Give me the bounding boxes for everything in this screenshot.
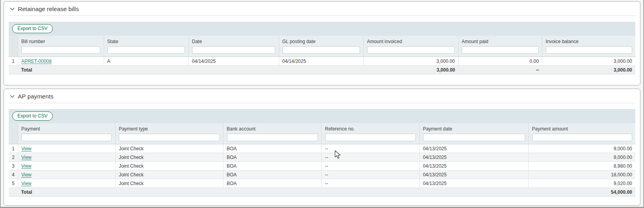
- column-label: Payment type: [116, 123, 223, 133]
- column-label: State: [104, 36, 189, 46]
- cell-amount-paid: 0.00: [458, 57, 542, 66]
- export-csv-button[interactable]: Export to CSV: [12, 24, 53, 33]
- column-header-gl-posting-date: GL posting date: [279, 36, 364, 57]
- filter-input-bill-number[interactable]: [21, 46, 100, 54]
- cell-payment: View: [18, 179, 115, 188]
- grid-container: Export to CSV PaymentPayment typeBank ac…: [9, 109, 635, 197]
- column-label: Invoice balance: [542, 36, 635, 46]
- filter-input-payment[interactable]: [21, 134, 112, 141]
- page-background: Retainage release bills Export to CSV Bi…: [0, 0, 644, 208]
- total-payment-amount: 54,000.00: [529, 188, 635, 197]
- section-ap-payments: AP payments Export to CSV PaymentPayment…: [4, 89, 640, 206]
- cell-reference-no: --: [322, 144, 419, 153]
- ap-payments-table: PaymentPayment typeBank accountReference…: [9, 123, 635, 197]
- cell-reference-no: --: [322, 170, 419, 179]
- section-retainage-release-bills: Retainage release bills Export to CSV Bi…: [4, 1, 640, 85]
- total-label: Total: [18, 188, 115, 197]
- cell-payment-date: 04/13/2025: [419, 179, 528, 188]
- section-title: Retainage release bills: [18, 6, 79, 12]
- chevron-down-icon[interactable]: [10, 95, 15, 98]
- cell-reference-no: --: [322, 153, 419, 162]
- cell-payment-date: 04/13/2025: [419, 162, 528, 170]
- row-number: 1: [9, 144, 18, 153]
- column-label: Reference no.: [322, 123, 419, 133]
- cell-payment-amount: 9,020.00: [529, 179, 635, 188]
- cell-payment-date: 04/13/2025: [419, 170, 528, 179]
- table-row: 4ViewJoint CheckBOA--04/13/202518,000.00: [9, 170, 635, 179]
- column-header-reference-no: Reference no.: [322, 123, 419, 144]
- cell-payment: View: [18, 144, 115, 153]
- total-invoice-balance: 3,000.00: [542, 66, 635, 74]
- cell-bill-number: APRET-00008: [18, 57, 104, 66]
- cell-payment: View: [18, 162, 115, 170]
- column-header-payment: Payment: [18, 123, 115, 144]
- column-label: Amount paid: [459, 36, 542, 46]
- export-csv-button[interactable]: Export to CSV: [12, 112, 53, 121]
- column-label: Bank account: [223, 123, 321, 133]
- cell-payment: View: [18, 170, 115, 179]
- row-number: 2: [9, 153, 18, 162]
- grid-container: Export to CSV Bill numberStateDateGL pos…: [9, 22, 635, 74]
- payment-link[interactable]: View: [21, 172, 32, 178]
- payment-link[interactable]: View: [21, 155, 32, 160]
- column-header-row: PaymentPayment typeBank accountReference…: [9, 123, 635, 144]
- bill-number-link[interactable]: APRET-00008: [21, 59, 52, 64]
- cell-date: 04/14/2025: [189, 57, 279, 66]
- payment-link[interactable]: View: [21, 181, 32, 186]
- cell-bank-account: BOA: [223, 162, 322, 170]
- filter-input-payment-amount[interactable]: [532, 134, 632, 141]
- filter-input-payment-type[interactable]: [119, 134, 219, 141]
- filter-input-state[interactable]: [107, 46, 185, 54]
- total-row: Total3,000.00--3,000.00: [9, 66, 635, 74]
- cell-invoice-balance: 3,000.00: [542, 57, 635, 66]
- column-header-state: State: [104, 36, 189, 57]
- cell-payment-type: Joint Check: [115, 144, 223, 153]
- filter-input-payment-date[interactable]: [423, 134, 525, 141]
- filter-input-date[interactable]: [192, 46, 275, 54]
- chevron-down-icon[interactable]: [10, 8, 15, 11]
- cell-amount-invoiced: 3,000.00: [364, 57, 458, 66]
- column-header-payment-date: Payment date: [419, 123, 528, 144]
- total-row: Total54,000.00: [9, 188, 635, 197]
- column-label: GL posting date: [279, 36, 364, 46]
- cell-bank-account: BOA: [223, 144, 322, 153]
- cell-state: A: [104, 57, 189, 66]
- row-number-column-header: [9, 36, 18, 57]
- column-label: Bill number: [18, 36, 104, 46]
- divider: [9, 15, 635, 16]
- table-row: 2ViewJoint CheckBOA--04/13/20259,000.00: [9, 153, 635, 162]
- column-label: Payment: [18, 123, 115, 133]
- section-header: Retainage release bills: [4, 2, 640, 12]
- cell-payment-date: 04/13/2025: [419, 144, 528, 153]
- cell-reference-no: --: [322, 179, 419, 188]
- grid-toolbar: Export to CSV: [9, 109, 635, 123]
- filter-input-bank-account[interactable]: [227, 134, 318, 141]
- table-row: 1ViewJoint CheckBOA--04/13/20259,000.00: [9, 144, 635, 153]
- column-header-bank-account: Bank account: [223, 123, 322, 144]
- grid-toolbar: Export to CSV: [9, 22, 635, 36]
- column-label: Payment amount: [529, 123, 635, 133]
- divider: [9, 103, 635, 103]
- filter-input-gl-posting-date[interactable]: [282, 46, 360, 54]
- cell-bank-account: BOA: [223, 153, 322, 162]
- cell-payment-amount: 9,000.00: [529, 153, 635, 162]
- cell-payment-type: Joint Check: [115, 153, 223, 162]
- retainage-release-bills-table: Bill numberStateDateGL posting dateAmoun…: [9, 36, 635, 74]
- payment-link[interactable]: View: [21, 146, 32, 151]
- section-title: AP payments: [18, 93, 53, 100]
- payment-link[interactable]: View: [21, 163, 32, 169]
- total-amount-invoiced: 3,000.00: [364, 66, 458, 74]
- cell-payment: View: [18, 153, 115, 162]
- filter-input-reference-no[interactable]: [325, 134, 416, 141]
- cell-payment-type: Joint Check: [115, 179, 223, 188]
- cell-payment-amount: 8,980.00: [529, 162, 635, 170]
- column-header-payment-type: Payment type: [115, 123, 223, 144]
- column-label: Payment date: [420, 123, 528, 133]
- filter-input-invoice-balance[interactable]: [546, 46, 632, 54]
- table-row: 1APRET-00008A04/14/202504/14/20253,000.0…: [9, 57, 635, 66]
- column-header-row: Bill numberStateDateGL posting dateAmoun…: [9, 36, 635, 57]
- filter-input-amount-paid[interactable]: [462, 46, 539, 54]
- section-header: AP payments: [4, 89, 640, 100]
- column-header-date: Date: [189, 36, 279, 57]
- filter-input-amount-invoiced[interactable]: [367, 46, 455, 54]
